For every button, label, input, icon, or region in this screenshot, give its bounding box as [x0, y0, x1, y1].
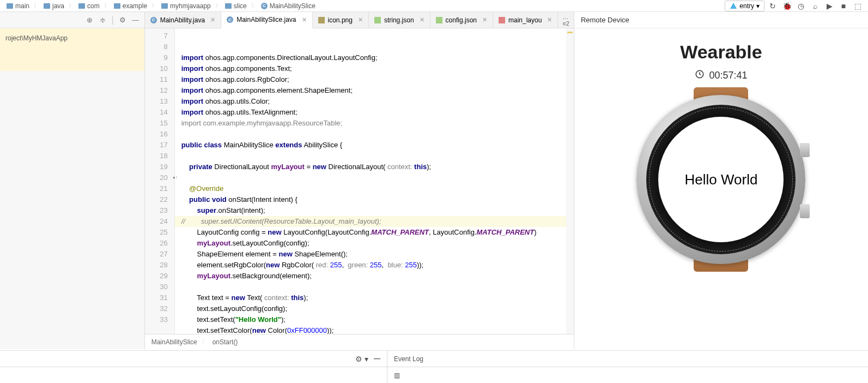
folder-icon: [161, 3, 168, 9]
folder-icon: [7, 3, 13, 9]
code-line[interactable]: @Override: [181, 183, 574, 194]
code-line[interactable]: public void onStart(Intent intent) {: [181, 194, 574, 205]
code-line[interactable]: public class MainAbilitySlice extends Ab…: [181, 140, 574, 151]
device-label: Wearable: [680, 41, 762, 63]
project-path[interactable]: roject\MyHMJavaApp: [3, 32, 141, 45]
code-line[interactable]: ShapeElement element = new ShapeElement(…: [181, 249, 574, 260]
layout-file-icon: [499, 17, 505, 23]
editor-tab[interactable]: CMainAbility.java✕: [145, 12, 221, 28]
code-line[interactable]: element.setRgbColor(new RgbColor( red: 2…: [181, 260, 574, 271]
gear-icon[interactable]: ⚙: [118, 16, 127, 25]
editor-tab[interactable]: config.json✕: [430, 12, 493, 28]
target-icon[interactable]: ⊕: [86, 16, 94, 25]
collapse-icon[interactable]: —: [374, 355, 380, 363]
chevron-right-icon: 〉: [151, 2, 157, 10]
close-icon[interactable]: ✕: [302, 16, 307, 23]
svg-marker-0: [730, 3, 737, 9]
code-line[interactable]: text.setTextColor(new Color(0xFF000000))…: [181, 325, 574, 334]
code-line[interactable]: // super.setUIContent(ResourceTable.Layo…: [175, 216, 574, 227]
expand-icon[interactable]: ≑: [99, 16, 107, 25]
watch-crown-upper: [800, 143, 810, 157]
attach-icon[interactable]: ⌕: [809, 0, 821, 12]
watch-crown-lower: [800, 204, 810, 218]
folder-icon: [225, 3, 232, 9]
bottom-tool-icon[interactable]: ▥: [387, 367, 868, 383]
preview-title: Remote Device: [574, 12, 868, 28]
close-icon[interactable]: ✕: [482, 16, 487, 23]
code-line[interactable]: myLayout.setBackground(element);: [181, 271, 574, 282]
event-log-tab[interactable]: Event Log: [387, 351, 868, 367]
code-line[interactable]: private DirectionalLayout myLayout = new…: [181, 161, 574, 172]
project-pane: ⊕ ≑ | ⚙ — roject\MyHMJavaApp: [0, 12, 145, 349]
code-line[interactable]: text.setText("Hello World");: [181, 314, 574, 325]
stop-icon[interactable]: ■: [837, 0, 849, 12]
code-line[interactable]: [181, 151, 574, 161]
breadcrumb-item[interactable]: java: [41, 2, 66, 10]
collapse-icon[interactable]: —: [131, 16, 140, 25]
breadcrumb-status: MainAbilitySlice 〉 onStart(): [145, 334, 574, 349]
status-method[interactable]: onStart(): [213, 338, 238, 346]
editor-tabs: CMainAbility.java✕CMainAbilitySlice.java…: [145, 12, 574, 28]
json-file-icon: [374, 17, 381, 23]
code-line[interactable]: myLayout.setLayoutConfig(config);: [181, 238, 574, 249]
chevron-right-icon: 〉: [69, 2, 74, 10]
code-line[interactable]: import ohos.agp.components.DirectionalLa…: [181, 52, 574, 63]
code-line[interactable]: text.setLayoutConfig(config);: [181, 303, 574, 314]
gear-icon[interactable]: ⚙ ▾: [355, 355, 368, 363]
code-line[interactable]: import ohos.agp.utils.TextAlignment;: [181, 107, 574, 118]
java-file-icon: C: [227, 16, 233, 23]
folder-icon: [78, 3, 85, 9]
profiler-icon[interactable]: ◷: [795, 0, 807, 12]
close-icon[interactable]: ✕: [358, 16, 363, 23]
editor-tab[interactable]: icon.png✕: [313, 12, 369, 28]
class-icon: C: [261, 3, 268, 9]
code-line[interactable]: Text text = new Text( context: this);: [181, 292, 574, 303]
code-line[interactable]: [181, 282, 574, 292]
chevron-right-icon: 〉: [202, 337, 208, 346]
watch-face: Hello World: [658, 117, 784, 242]
code-editor[interactable]: import ohos.agp.components.DirectionalLa…: [175, 28, 574, 334]
breadcrumb-item[interactable]: slice: [223, 2, 249, 10]
app-icon: [730, 2, 737, 10]
chevron-right-icon: 〉: [215, 2, 221, 10]
folder-icon: [114, 3, 120, 9]
png-file-icon: [318, 17, 325, 23]
close-icon[interactable]: ✕: [547, 16, 552, 23]
code-line[interactable]: LayoutConfig config = new LayoutConfig(L…: [181, 227, 574, 238]
code-line[interactable]: import ohos.agp.components.element.Shape…: [181, 85, 574, 96]
preview-body: Wearable 00:57:41 Hello World: [574, 28, 868, 349]
code-line[interactable]: [181, 129, 574, 140]
code-line[interactable]: import ohos.agp.utils.Color;: [181, 96, 574, 107]
watch-screen-text: Hello World: [684, 171, 757, 188]
json-file-icon: [436, 17, 442, 23]
chevron-right-icon: 〉: [34, 2, 39, 10]
breadcrumb-item[interactable]: com: [76, 2, 102, 10]
sync-icon[interactable]: ↻: [767, 0, 779, 12]
java-file-icon: C: [150, 17, 157, 23]
close-icon[interactable]: ✕: [210, 16, 215, 23]
code-line[interactable]: [181, 172, 574, 183]
bug-icon[interactable]: 🐞: [781, 0, 793, 12]
editor-tab[interactable]: CMainAbilitySlice.java✕: [221, 12, 312, 28]
chevron-right-icon: 〉: [104, 2, 110, 10]
run-config-dropdown[interactable]: entry ▾: [725, 1, 764, 11]
code-line[interactable]: import com.example.myhmjavaapp.ResourceT…: [181, 118, 574, 129]
status-class[interactable]: MainAbilitySlice: [151, 338, 197, 346]
scrollbar-marker[interactable]: [566, 28, 574, 334]
breadcrumb-item[interactable]: myhmjavaapp: [159, 2, 213, 10]
run-icon[interactable]: ▶: [823, 0, 835, 12]
gradle-icon[interactable]: ⬚: [852, 0, 864, 12]
watch-device: Hello World: [636, 95, 805, 264]
breadcrumb-item[interactable]: main: [4, 2, 32, 10]
code-line[interactable]: import ohos.agp.colors.RgbColor;: [181, 74, 574, 85]
code-line[interactable]: super.onStart(intent);: [181, 205, 574, 216]
breadcrumb-file[interactable]: CMainAbilitySlice: [259, 2, 318, 10]
breadcrumb-item[interactable]: example: [112, 2, 149, 10]
close-icon[interactable]: ✕: [420, 16, 424, 23]
clock-icon: [695, 69, 705, 82]
code-line[interactable]: import ohos.agp.components.Text;: [181, 63, 574, 74]
code-gutter: 78910111213141516171819●↑202122232425262…: [145, 28, 175, 334]
editor-tab[interactable]: main_layou✕: [493, 12, 558, 28]
tab-overflow[interactable]: … ≡2: [558, 12, 574, 28]
editor-tab[interactable]: string.json✕: [369, 12, 430, 28]
